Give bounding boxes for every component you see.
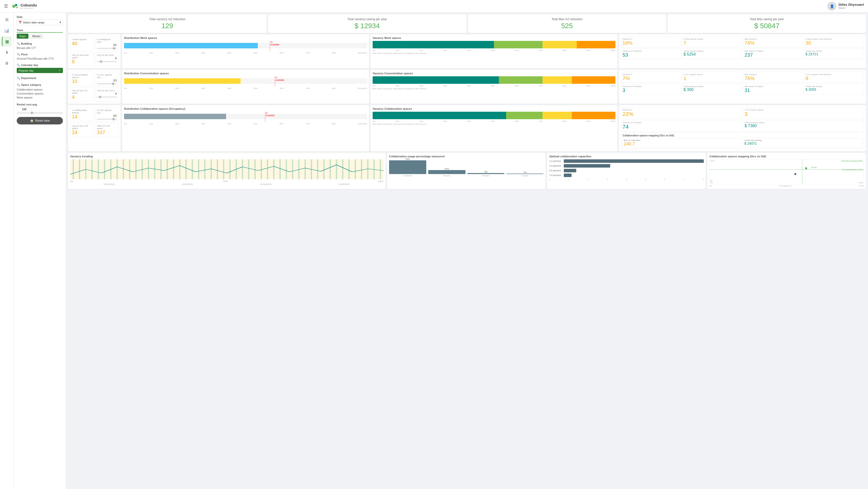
ws-vacant-count-label: # Work spaces vacant [684, 38, 741, 40]
ws-right-stats: Vacancy % 16% # Work spaces vacant 7 Max… [619, 34, 866, 68]
scatter-y-label: 100% [710, 160, 714, 162]
opt-bars-container: 1-2 persons 3-4 persons 5-6 persons 7-9 … [549, 159, 704, 177]
collab-yearly-max-val: $ 24071 [744, 141, 861, 145]
collab-vacancy-pct-val: 22% [622, 111, 741, 118]
ws-yearly-saving-card: Yearly vacancy saving $ 5254 [682, 48, 742, 59]
collab-map-title: Collaboration spaces mapping (Occ vs Uti… [622, 134, 863, 137]
ws-dist-title: Distribution Work spaces [124, 36, 367, 39]
reset-view-button[interactable]: 🏠 Reset view [17, 117, 63, 124]
summary-vacancy-saving: Total vacancy saving per year $ 12934 [268, 14, 466, 33]
summary-max-m2-value: 525 [472, 22, 662, 30]
scatter-x-end: 100% [859, 182, 863, 184]
collab-avail-label: % available [266, 112, 275, 117]
ws-pct-slider[interactable] [97, 48, 117, 49]
cs-max-reduction-val: 8 [806, 75, 863, 81]
category-work[interactable]: Work spaces [17, 96, 63, 99]
filter-rental: Rental cost avg [17, 103, 63, 113]
tab-days[interactable]: Days [17, 34, 28, 39]
scatter-dot-highlight [805, 167, 807, 169]
user-name: Gilles Ghyssaert [838, 3, 864, 6]
sidebar-icon-chart[interactable]: 📊 [2, 26, 12, 35]
scatter-dot-1 [795, 173, 796, 175]
scatter-card: Collaboration spaces mapping (Occ vs Uti… [707, 153, 866, 189]
search-icon-calendar: 🔍 [17, 64, 20, 67]
search-icon-building: 🔍 [17, 42, 20, 45]
ws-avg-slider[interactable] [97, 61, 117, 62]
calendar-value[interactable]: Regular day ✓ [17, 68, 63, 73]
ws-yearly-saving-val: $ 5254 [684, 52, 741, 57]
date-label: Date [17, 15, 63, 19]
cs-vacancy-m2-label: Vacancy m² reduction [622, 85, 679, 88]
cs-avg-slider[interactable] [97, 97, 117, 98]
cs-pct-value: 93 [97, 78, 117, 82]
cs-avail-label: % available [276, 76, 284, 81]
cs-vacant-count-card: # Con. spaces vacant 1 [682, 72, 742, 83]
cs-pct-slider[interactable] [97, 83, 117, 84]
date-placeholder: Select date range [23, 21, 44, 24]
filter-department: 🔍 Department [17, 76, 63, 80]
scatter-vline [802, 160, 802, 184]
collab-yearly-max-saving-card: Yearly max saving $ 24071 [743, 138, 863, 148]
cs-vacancy-legend: Max active occupancy, Max passive occupa… [373, 88, 616, 90]
summary-max-saving: Total Max saving per year $ 50847 [668, 14, 866, 33]
check-icon: ✓ [59, 69, 61, 72]
ws-dist-chart: % available [124, 41, 367, 51]
summary-max-saving-title: Total Max saving per year [672, 18, 862, 21]
collab-distribution: Distribution Collaboration spaces (Occup… [122, 105, 369, 151]
cs-pct-label: % Con. spaces ava... [97, 73, 117, 78]
collab-max-reduction-val: 240,7 [624, 141, 741, 146]
floor-label: 🔍 Floor [17, 53, 63, 56]
collab-pct-value: 95 [97, 114, 117, 118]
sidebar-icon-grid[interactable]: ▦ [2, 36, 12, 46]
sidebar-icon-download[interactable]: ⬇ [2, 47, 12, 57]
cs-avg-value: 4 [72, 94, 92, 100]
ws-vacancy-m2-val: 53 [622, 52, 679, 58]
svg-point-0 [12, 4, 16, 8]
header-left: ☰ Cobundu BY COGITELL [4, 3, 37, 10]
collab-vacant-count-label: # Coll. spaces vacant [744, 109, 863, 111]
cs-yearly-saving-val: $ 300 [684, 88, 741, 92]
ws-vacancy-pct-card: Vacancy % 16% [621, 36, 681, 47]
optimal-collab-card: Optimal collaboration capacities 1-2 per… [547, 153, 706, 189]
ws-vacancy-legend: Max active occupancy, Max passive occupa… [373, 52, 616, 54]
filter-time: Time Days Weeks [17, 29, 63, 39]
filter-date: Date 📅 Select date range ▾ [17, 15, 63, 25]
collab-yearly-max-label: Yearly max saving [744, 139, 861, 141]
rental-input[interactable] [17, 107, 32, 111]
cs-right-stats: Vacancy % 7% # Con. spaces vacant 1 Max … [619, 70, 866, 104]
threshold-util-label: Threshold Utilization (40%) [842, 169, 863, 170]
menu-icon[interactable]: ☰ [4, 3, 8, 9]
collaboration-row: # Collaboration spaces 14 % Coll. spaces… [68, 105, 866, 151]
workspaces-metrics: # Work spaces 40 % workplaces avai... 95… [68, 34, 121, 68]
collab-usage-title: Collaboration usage percentage measured [389, 155, 544, 158]
collab-pct-slider[interactable] [97, 119, 117, 120]
ws-max-reduction-card: # Work spaces max reduction 30 [804, 36, 864, 47]
sidebar-icon-monitor[interactable]: 🖥 [2, 58, 12, 68]
tab-weeks[interactable]: Weeks [29, 34, 43, 39]
ws-axis: 0%10%20%30%40%50%60%70%80%90%100% [124, 52, 367, 54]
logo-sub: BY COGITELL [21, 7, 37, 9]
cs-count-label: # Concentration spaces [72, 73, 92, 78]
collab-usage-card: Collaboration usage percentage measured … [387, 153, 546, 189]
date-input[interactable]: 📅 Select date range ▾ [17, 20, 63, 25]
ws-avg-slider-val: 8 [97, 56, 117, 60]
category-concentration[interactable]: Concentration spaces [17, 92, 63, 96]
collab-count-value: 14 [72, 114, 92, 120]
collab-yearly-saving-card: Yearly vacancy saving $ 7380 [743, 120, 864, 132]
threshold-occ-label: Threshold occupancy (60%) [841, 160, 863, 162]
collab-avg-label: Avg m2 per Coll. space [72, 125, 92, 130]
rental-slider[interactable] [17, 112, 63, 113]
building-label: 🔍 Building [17, 42, 63, 45]
ws-vacant-count-card: # Work spaces vacant 7 [682, 36, 742, 47]
ws-vacancy-pct-val: 16% [622, 40, 679, 46]
sidebar-icon-dashboard[interactable]: ⊞ [2, 14, 12, 25]
scatter-plot: Threshold occupancy (60%) Threshold Util… [709, 159, 864, 184]
cs-vacancy-pct-card: Vacancy % 7% [621, 72, 681, 83]
summary-max-m2-title: Total Max m2 reduction [472, 18, 662, 21]
category-collaboration[interactable]: Collaboration spaces [17, 88, 63, 92]
cs-vacant-count-label: # Con. spaces vacant [684, 73, 741, 75]
summary-vacancy-m2-value: 129 [72, 22, 262, 30]
cs-stats-grid: Vacancy % 7% # Con. spaces vacant 1 Max … [621, 72, 864, 95]
scatter-x-axis: 0%Occupancy %100% [709, 185, 864, 187]
collab-vacancy-m2-val: 74 [622, 124, 741, 130]
